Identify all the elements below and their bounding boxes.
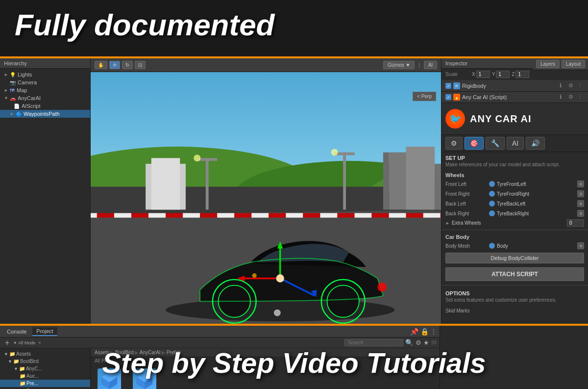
svg-rect-17 bbox=[234, 213, 251, 217]
lights-icon: 💡 bbox=[10, 72, 16, 78]
extra-wheels-tri: ► bbox=[445, 221, 450, 226]
z-axis-label: Z bbox=[512, 72, 514, 77]
map-icon: 🗺 bbox=[10, 88, 15, 93]
svg-rect-35 bbox=[151, 158, 180, 209]
rigidbody-gear-icon[interactable]: ⚙ bbox=[568, 82, 575, 89]
add-btn[interactable]: + bbox=[3, 338, 11, 347]
menu-bottom-icon[interactable]: ⋮ bbox=[431, 328, 437, 335]
svg-rect-18 bbox=[251, 213, 269, 217]
hier-item-map[interactable]: ► 🗺 Map bbox=[0, 86, 90, 94]
search-icon[interactable]: 🔍 bbox=[405, 339, 414, 346]
front-left-select-btn[interactable]: ⊙ bbox=[577, 181, 584, 187]
hand-tool-btn[interactable]: ✋ bbox=[95, 61, 107, 69]
anycar-logo-section: 🐦 ANY CAR AI bbox=[441, 103, 588, 135]
script-info-icon[interactable]: ℹ bbox=[560, 94, 566, 101]
scale-y-input[interactable] bbox=[496, 71, 510, 78]
rigidbody-header[interactable]: ✓ R Rigidbody ℹ ⚙ ⋮ bbox=[441, 80, 588, 92]
tree-res[interactable]: 📁 Res... bbox=[0, 387, 90, 389]
anycarai-script-name: Any Car AI (Script) bbox=[462, 94, 558, 100]
hier-item-camera[interactable]: 📷 Camera bbox=[0, 78, 90, 86]
front-left-icon bbox=[489, 181, 495, 187]
scale-y-field: Y bbox=[492, 71, 510, 78]
layout-btn[interactable]: Layout bbox=[562, 60, 585, 68]
pre-label: Pre... bbox=[26, 381, 38, 386]
filter-icon[interactable]: ⚙ bbox=[416, 339, 421, 346]
script-menu-icon[interactable]: ⋮ bbox=[577, 94, 584, 101]
perp-button[interactable]: < Perp bbox=[413, 92, 436, 101]
inspector-body: Scale X Y Z ✓ R Rigidbody ℹ bbox=[441, 69, 588, 324]
svg-rect-36 bbox=[206, 158, 209, 209]
hierarchy-content: ► 💡 Lights 📷 Camera ► 🗺 Map ▼ 🚗 AnyCarAI bbox=[0, 69, 90, 324]
anycarai-script-header[interactable]: ✓ 🔥 Any Car AI (Script) ℹ ⚙ ⋮ bbox=[441, 92, 588, 103]
svg-rect-10 bbox=[114, 213, 131, 217]
attach-script-btn[interactable]: ATTACH SCRIPT bbox=[445, 267, 584, 281]
body-mesh-text: Body bbox=[497, 243, 508, 249]
al-btn[interactable]: Al bbox=[424, 61, 437, 69]
script-gear-icon[interactable]: ⚙ bbox=[568, 94, 575, 101]
scale-tool-btn[interactable]: ⊡ bbox=[135, 61, 146, 69]
hier-item-lights[interactable]: ► 💡 Lights bbox=[0, 71, 90, 78]
hier-item-anycarai[interactable]: ▼ 🚗 AnyCarAI bbox=[0, 94, 90, 102]
setup-label: SET UP bbox=[441, 152, 588, 162]
rigidbody-info-icon[interactable]: ℹ bbox=[560, 82, 566, 89]
pin-icon[interactable]: 📌 bbox=[410, 328, 418, 336]
orange-border-top bbox=[0, 56, 588, 58]
debug-bodycollider-btn[interactable]: Debug BodyCollider bbox=[445, 253, 584, 263]
script-checkbox[interactable]: ✓ bbox=[445, 94, 451, 100]
back-right-text: TyreBackRight bbox=[497, 211, 529, 216]
star-icon[interactable]: ★ bbox=[423, 339, 429, 346]
layers-btn[interactable]: Layers bbox=[536, 60, 560, 68]
tab-gear[interactable]: ⚙ bbox=[445, 137, 463, 150]
viewport-toolbar: ✋ ✛ ↻ ⊡ Gizmos ▼ | Al bbox=[91, 58, 441, 72]
tab-ai[interactable]: AI bbox=[507, 137, 524, 150]
scale-x-input[interactable] bbox=[476, 71, 490, 78]
options-label: OPTIONS bbox=[441, 287, 588, 297]
svg-rect-8 bbox=[91, 213, 97, 217]
back-right-label: Back Right bbox=[445, 211, 487, 216]
project-tab[interactable]: Project bbox=[32, 327, 57, 336]
front-right-select-btn[interactable]: ⊙ bbox=[577, 190, 584, 197]
move-tool-btn[interactable]: ✛ bbox=[109, 61, 120, 69]
hier-item-waypointspath[interactable]: ► 🔷 WaypointsPath bbox=[0, 110, 90, 118]
tri-icon-lights: ► bbox=[4, 72, 8, 77]
orange-border-bottom bbox=[0, 324, 588, 326]
hier-label-camera: Camera bbox=[18, 79, 37, 85]
tab-sound[interactable]: 🔊 bbox=[526, 137, 545, 150]
lock-bottom-icon[interactable]: 🔒 bbox=[420, 328, 429, 336]
inspector-title: Inspector bbox=[445, 60, 467, 66]
project-search-input[interactable] bbox=[344, 339, 403, 346]
svg-rect-33 bbox=[435, 164, 441, 209]
tab-target[interactable]: 🎯 bbox=[465, 137, 484, 150]
tree-pre[interactable]: 📁 Pre... bbox=[0, 380, 90, 387]
gizmos-btn[interactable]: Gizmos ▼ bbox=[383, 61, 415, 69]
wheel-front-left-row: Front Left TyreFrontLeft ⊙ bbox=[441, 179, 588, 189]
anycar-logo-text: ANY CAR AI bbox=[470, 113, 532, 125]
back-left-select-btn[interactable]: ⊙ bbox=[577, 200, 584, 207]
svg-point-38 bbox=[194, 155, 200, 161]
back-right-select-btn[interactable]: ⊙ bbox=[577, 210, 584, 217]
svg-rect-23 bbox=[338, 213, 355, 217]
rigidbody-menu-icon[interactable]: ⋮ bbox=[577, 82, 584, 89]
camera-icon: 📷 bbox=[10, 80, 16, 85]
scale-label: Scale bbox=[445, 72, 470, 77]
tab-wrench[interactable]: 🔧 bbox=[486, 137, 505, 150]
hier-item-aiscript[interactable]: 📄 AIScript bbox=[0, 102, 90, 110]
svg-rect-12 bbox=[148, 213, 166, 217]
inspector-tabs: ⚙ 🎯 🔧 AI 🔊 bbox=[441, 135, 588, 152]
console-tab[interactable]: Console bbox=[3, 328, 30, 336]
layers-layout-bar: Layers Layout bbox=[533, 58, 588, 70]
svg-rect-13 bbox=[166, 213, 183, 217]
rotate-tool-btn[interactable]: ↻ bbox=[122, 61, 133, 69]
wheel-back-right-row: Back Right TyreBackRight ⊙ bbox=[441, 208, 588, 218]
body-mesh-select-btn[interactable]: ⊙ bbox=[577, 242, 584, 249]
rigidbody-icon: R bbox=[453, 82, 460, 89]
rigidbody-checkbox[interactable]: ✓ bbox=[445, 83, 451, 89]
svg-point-54 bbox=[276, 274, 284, 282]
extra-wheels-input[interactable] bbox=[567, 219, 584, 227]
body-mesh-value: Body bbox=[489, 243, 575, 249]
scale-z-input[interactable] bbox=[515, 71, 529, 78]
svg-point-42 bbox=[166, 298, 394, 321]
back-right-icon bbox=[489, 210, 495, 216]
scale-x-field: X bbox=[472, 71, 490, 78]
tri-icon-map: ► bbox=[4, 88, 8, 93]
